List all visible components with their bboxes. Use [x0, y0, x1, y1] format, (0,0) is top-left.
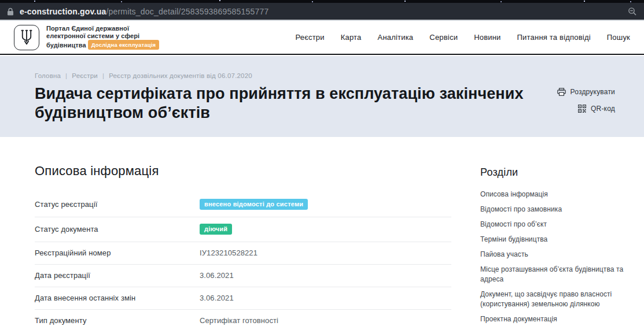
- url-path: /permits_doc_detail/2583593869585155777: [106, 7, 268, 16]
- sidebar-link-construction-terms[interactable]: Терміни будівництва: [480, 235, 626, 244]
- field-row-document-status: Статус документа діючий: [35, 217, 451, 242]
- lock-icon: [7, 8, 14, 16]
- main-navigation: Реєстри Карта Аналітика Сервіси Новини П…: [295, 33, 630, 42]
- field-value: 3.06.2021: [200, 294, 234, 302]
- sidebar-link-location-address[interactable]: Місце розташування об’єкта будівництва т…: [480, 265, 626, 284]
- browser-address-bar[interactable]: e-construction.gov.ua/permits_doc_detail…: [0, 3, 644, 20]
- qr-label: QR-код: [591, 105, 615, 113]
- field-value: 3.06.2021: [200, 271, 234, 280]
- document-status-badge: діючий: [200, 224, 232, 235]
- url-domain: e-construction.gov.ua: [20, 7, 106, 16]
- nav-item-map[interactable]: Карта: [341, 33, 362, 42]
- field-value: Сертифікат готовності: [200, 316, 278, 325]
- logo-line-2: електронної системи у сфері: [46, 32, 139, 39]
- sidebar-link-customer-info[interactable]: Відомості про замовника: [480, 205, 626, 214]
- nav-item-faq[interactable]: Питання та відповіді: [517, 33, 591, 42]
- zoom-out-icon[interactable]: [628, 7, 637, 16]
- hero-band: Головна|Реєстри|Реєстр дозвільних докуме…: [0, 56, 644, 137]
- sections-sidebar: Розділи Описова інформація Відомості про…: [480, 166, 626, 330]
- field-label: Дата реєстрації: [35, 271, 200, 280]
- site-logo[interactable]: Портал Єдиної державної електронної сист…: [14, 25, 159, 50]
- nav-item-search[interactable]: Пошук: [607, 33, 630, 42]
- field-value: ІУ123210528221: [200, 249, 257, 257]
- sidebar-title: Розділи: [480, 166, 626, 179]
- page-title: Видача сертифіката про прийняття в експл…: [35, 84, 562, 123]
- nav-item-services[interactable]: Сервіси: [429, 33, 458, 42]
- field-row-registration-date: Дата реєстрації 3.06.2021: [35, 265, 451, 287]
- sidebar-link-land-ownership-document[interactable]: Документ, що засвідчує право власності (…: [480, 290, 626, 309]
- print-label: Роздрукувати: [571, 88, 615, 96]
- nav-item-analytics[interactable]: Аналітика: [378, 33, 414, 42]
- hero-actions: Роздрукувати QR-код: [557, 88, 615, 113]
- site-header: Портал Єдиної державної електронної сист…: [0, 21, 644, 55]
- site-logo-text: Портал Єдиної державної електронної сист…: [46, 25, 159, 50]
- sidebar-link-share-participation[interactable]: Пайова участь: [480, 250, 626, 259]
- sidebar-link-object-info[interactable]: Відомості про об’єкт: [480, 220, 626, 229]
- nav-item-registries[interactable]: Реєстри: [295, 33, 324, 42]
- field-label: Дата внесення останніх змін: [35, 294, 200, 302]
- url-text[interactable]: e-construction.gov.ua/permits_doc_detail…: [20, 7, 268, 16]
- beta-badge: Дослідна експлуатація: [88, 40, 160, 50]
- field-row-registration-status: Статус реєстрації внесено відомості до с…: [35, 192, 451, 217]
- trident-logo-icon: [14, 25, 39, 50]
- logo-line-1: Портал Єдиної державної: [46, 25, 129, 32]
- field-label: Статус документа: [35, 225, 200, 233]
- nav-item-news[interactable]: Новини: [474, 33, 501, 42]
- breadcrumb: Головна|Реєстри|Реєстр дозвільних докуме…: [35, 72, 252, 79]
- sidebar-link-descriptive-info[interactable]: Описова інформація: [480, 190, 626, 199]
- breadcrumb-registries[interactable]: Реєстри: [72, 72, 98, 79]
- breadcrumb-register-permits[interactable]: Реєстр дозвільних документів від 06.07.2…: [109, 72, 252, 79]
- field-label: Реєстраційний номер: [35, 249, 200, 257]
- section-title: Описова інформація: [35, 164, 159, 179]
- print-button[interactable]: Роздрукувати: [557, 88, 615, 96]
- breadcrumb-separator: |: [102, 72, 104, 79]
- qr-code-icon: [578, 105, 586, 113]
- field-row-document-type: Тип документу Сертифікат готовності: [35, 310, 451, 330]
- breadcrumb-home[interactable]: Головна: [35, 72, 61, 79]
- field-row-last-change-date: Дата внесення останніх змін 3.06.2021: [35, 287, 451, 310]
- field-label: Статус реєстрації: [35, 200, 200, 209]
- breadcrumb-separator: |: [65, 72, 67, 79]
- field-row-registration-number: Реєстраційний номер ІУ123210528221: [35, 242, 451, 265]
- field-label: Тип документу: [35, 316, 200, 325]
- qr-code-button[interactable]: QR-код: [578, 105, 615, 113]
- registration-status-badge: внесено відомості до системи: [200, 199, 308, 210]
- descriptive-info-table: Статус реєстрації внесено відомості до с…: [35, 192, 451, 330]
- sidebar-link-project-documentation[interactable]: Проектна документація: [480, 314, 626, 324]
- printer-icon: [557, 88, 566, 96]
- logo-line-3: будівництва: [46, 42, 86, 49]
